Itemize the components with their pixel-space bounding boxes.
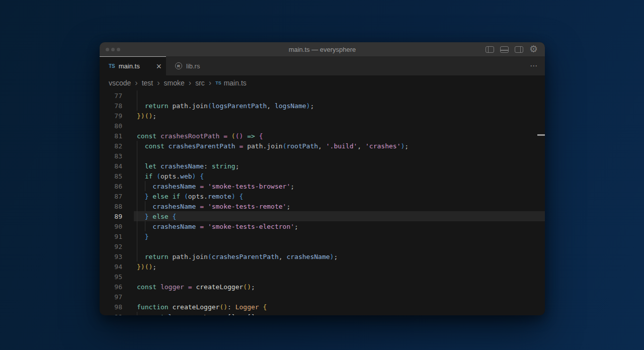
vscode-window: main.ts — everysphere ⚙ TS main.ts × R l…	[100, 42, 545, 315]
breadcrumb-item[interactable]: src	[195, 79, 205, 87]
code-text: })();	[122, 112, 156, 120]
code-line-88: 88 crashesName = 'smoke-tests-remote';	[100, 201, 545, 211]
code-line-91: 91 }	[100, 231, 545, 241]
code-line-84: 84 let crashesName: string;	[100, 161, 545, 171]
line-number: 79	[100, 112, 122, 120]
code-line-77: 77	[100, 91, 545, 101]
code-line-90: 90 crashesName = 'smoke-tests-electron';	[100, 221, 545, 231]
code-text: if (opts.web) {	[122, 172, 204, 180]
code-text: const crashesRootPath = (() => {	[122, 132, 263, 140]
chevron-right-icon: ›	[209, 78, 211, 88]
manage-gear-icon[interactable]: ⚙	[529, 44, 538, 54]
code-text: return path.join(logsParentPath, logsNam…	[122, 102, 314, 110]
tab-label: lib.rs	[186, 62, 200, 70]
line-number: 87	[100, 193, 122, 200]
code-text: crashesName = 'smoke-tests-browser';	[122, 183, 294, 190]
line-number: 84	[100, 162, 122, 170]
line-number: 78	[100, 102, 122, 110]
chevron-right-icon: ›	[135, 78, 137, 88]
code-line-94: 94})();	[100, 261, 545, 272]
code-line-92: 92	[100, 241, 545, 251]
toggle-secondary-sidebar-icon[interactable]	[515, 46, 523, 53]
line-number: 96	[100, 283, 122, 291]
rust-icon: R	[175, 62, 182, 69]
line-number: 95	[100, 273, 122, 281]
line-number: 90	[100, 223, 122, 230]
code-line-85: 85 if (opts.web) {	[100, 171, 545, 181]
line-number: 81	[100, 132, 122, 140]
code-text: crashesName = 'smoke-tests-electron';	[122, 223, 298, 230]
code-line-95: 95	[100, 272, 545, 282]
code-line-89: 89 } else {	[100, 211, 545, 221]
code-line-96: 96const logger = createLogger();	[100, 282, 545, 292]
line-number: 77	[100, 92, 122, 100]
typescript-icon: TS	[215, 80, 221, 85]
line-number: 85	[100, 172, 122, 180]
toggle-primary-sidebar-icon[interactable]	[486, 46, 494, 53]
code-text: } else if (opts.remote) {	[122, 193, 243, 200]
line-number: 88	[100, 203, 122, 210]
breadcrumb-item[interactable]: smoke	[164, 79, 185, 87]
toggle-panel-icon[interactable]	[500, 46, 509, 53]
more-actions-icon[interactable]: ⋯	[530, 56, 538, 75]
line-number: 93	[100, 253, 122, 260]
line-number: 80	[100, 122, 122, 130]
code-editor[interactable]: 7778 return path.join(logsParentPath, lo…	[100, 91, 545, 315]
line-number: 99	[100, 313, 122, 316]
code-line-99: 99 const loggers: Logger[] = [];	[100, 312, 545, 315]
code-line-79: 79})();	[100, 111, 545, 121]
breadcrumb: vscode›test›smoke›src›TSmain.ts	[100, 75, 545, 91]
code-text: })();	[122, 263, 156, 271]
close-tab-icon[interactable]: ×	[156, 62, 162, 71]
code-line-98: 98function createLogger(): Logger {	[100, 302, 545, 312]
code-text: }	[122, 233, 148, 240]
breadcrumb-item[interactable]: vscode	[109, 79, 131, 87]
code-text: const logger = createLogger();	[122, 283, 255, 291]
indent-guide	[137, 151, 137, 161]
line-number: 86	[100, 183, 122, 190]
code-line-80: 80	[100, 121, 545, 131]
chevron-right-icon: ›	[157, 78, 159, 88]
line-number: 89	[100, 213, 122, 220]
code-text: return path.join(crashesParentPath, cras…	[122, 253, 338, 260]
breadcrumb-item[interactable]: test	[142, 79, 153, 87]
tab-main-ts[interactable]: TS main.ts ×	[100, 56, 166, 75]
chevron-right-icon: ›	[189, 78, 191, 88]
code-text: const crashesParentPath = path.join(root…	[122, 142, 409, 150]
code-text: function createLogger(): Logger {	[122, 303, 267, 311]
overview-ruler-cursor-mark	[537, 134, 545, 136]
line-number: 97	[100, 293, 122, 301]
line-number: 94	[100, 263, 122, 271]
line-number: 82	[100, 142, 122, 150]
code-text: } else {	[122, 213, 176, 220]
code-line-97: 97	[100, 292, 545, 302]
line-number: 83	[100, 152, 122, 160]
window-title: main.ts — everysphere	[100, 46, 545, 53]
code-line-93: 93 return path.join(crashesParentPath, c…	[100, 251, 545, 261]
tab-label: main.ts	[119, 62, 140, 70]
code-line-86: 86 crashesName = 'smoke-tests-browser';	[100, 181, 545, 191]
tab-lib-rs[interactable]: R lib.rs	[166, 56, 221, 75]
typescript-icon: TS	[109, 63, 115, 69]
code-line-87: 87 } else if (opts.remote) {	[100, 191, 545, 201]
code-text: const loggers: Logger[] = [];	[122, 313, 259, 316]
indent-guide	[137, 241, 137, 251]
code-line-81: 81const crashesRootPath = (() => {	[100, 131, 545, 141]
code-text: let crashesName: string;	[122, 162, 239, 170]
line-number: 91	[100, 233, 122, 240]
breadcrumb-item-file[interactable]: main.ts	[224, 79, 247, 87]
code-text: crashesName = 'smoke-tests-remote';	[122, 203, 290, 210]
indent-guide	[137, 91, 137, 101]
tab-bar: TS main.ts × R lib.rs ⋯	[100, 56, 545, 75]
code-line-82: 82 const crashesParentPath = path.join(r…	[100, 141, 545, 151]
line-number: 92	[100, 243, 122, 250]
line-number: 98	[100, 303, 122, 311]
code-line-83: 83	[100, 151, 545, 161]
titlebar[interactable]: main.ts — everysphere ⚙	[100, 42, 545, 56]
code-line-78: 78 return path.join(logsParentPath, logs…	[100, 101, 545, 111]
